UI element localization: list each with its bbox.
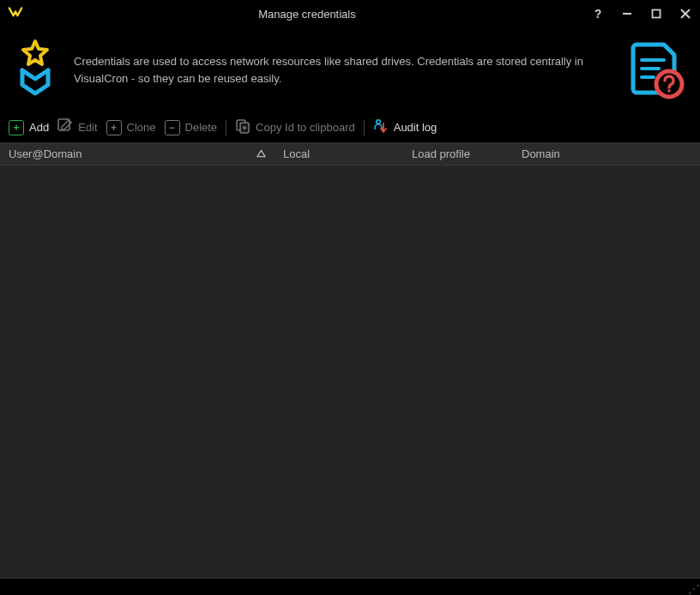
table-body <box>0 165 700 578</box>
delete-label: Delete <box>185 121 218 134</box>
window-title: Manage credentials <box>31 8 583 21</box>
svg-rect-1 <box>653 10 661 18</box>
edit-icon <box>57 118 73 136</box>
clone-label: Clone <box>127 121 156 134</box>
table-header: User@Domain Local Load profile Domain <box>0 143 700 165</box>
column-load-profile[interactable]: Load profile <box>403 147 513 160</box>
column-local[interactable]: Local <box>275 147 403 160</box>
column-domain-label: Domain <box>522 147 560 160</box>
audit-log-icon <box>373 118 389 136</box>
column-local-label: Local <box>283 147 310 160</box>
edit-button[interactable]: Edit <box>57 118 97 136</box>
info-text: Credentials are used to access network r… <box>74 53 607 87</box>
maximize-button[interactable] <box>649 6 664 21</box>
add-button[interactable]: + Add <box>9 120 49 135</box>
svg-point-8 <box>667 89 671 93</box>
edit-label: Edit <box>78 121 97 134</box>
copy-id-button[interactable]: Copy Id to clipboard <box>235 118 355 136</box>
copy-id-label: Copy Id to clipboard <box>256 121 355 134</box>
clone-icon: + <box>106 120 122 135</box>
add-label: Add <box>29 121 49 134</box>
toolbar: + Add Edit + Clone − Delete Copy Id to c… <box>0 112 700 143</box>
column-load-profile-label: Load profile <box>412 147 470 160</box>
help-button[interactable]: ? <box>590 6 606 21</box>
delete-button[interactable]: − Delete <box>165 120 218 135</box>
minimize-button[interactable] <box>619 6 635 21</box>
toolbar-separator <box>226 120 226 135</box>
app-logo-icon <box>7 6 24 22</box>
audit-log-button[interactable]: Audit log <box>373 118 438 136</box>
svg-point-14 <box>376 120 380 124</box>
sort-asc-icon <box>256 149 266 159</box>
doc-help-icon[interactable] <box>625 38 686 102</box>
copy-icon <box>235 118 250 136</box>
window-controls: ? <box>590 6 693 21</box>
column-user-domain-label: User@Domain <box>9 147 81 160</box>
toolbar-separator-2 <box>364 120 365 135</box>
audit-log-label: Audit log <box>394 121 438 134</box>
statusbar: ⋰ <box>0 578 700 595</box>
column-domain[interactable]: Domain <box>513 147 700 160</box>
resize-grip[interactable]: ⋰ <box>688 583 698 595</box>
plus-icon: + <box>9 120 24 135</box>
minus-icon: − <box>165 120 180 135</box>
titlebar: Manage credentials ? <box>0 0 700 27</box>
column-user-domain[interactable]: User@Domain <box>0 147 275 160</box>
close-button[interactable] <box>678 6 693 21</box>
badge-star-icon <box>14 38 57 102</box>
clone-button[interactable]: + Clone <box>106 120 156 135</box>
info-bar: Credentials are used to access network r… <box>0 27 700 112</box>
